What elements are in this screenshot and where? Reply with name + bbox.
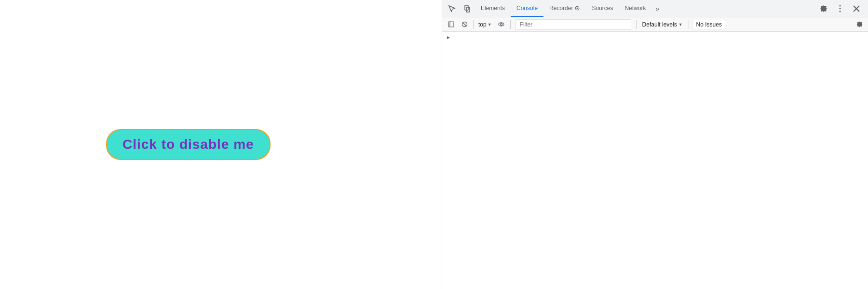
devtools-top-right xyxy=(816,0,866,17)
svg-point-3 xyxy=(577,7,578,9)
default-levels-dropdown[interactable]: Default levels ▼ xyxy=(639,20,686,29)
devtools-panel: Elements Console Recorder Sources Networ… xyxy=(442,0,868,289)
svg-rect-9 xyxy=(448,22,454,27)
console-expand-row[interactable]: ► xyxy=(442,34,868,41)
devtools-settings-icon[interactable] xyxy=(816,0,831,17)
more-tabs-button[interactable]: » xyxy=(651,0,663,17)
svg-line-12 xyxy=(462,23,466,26)
close-devtools-icon[interactable] xyxy=(849,0,864,17)
svg-point-4 xyxy=(840,5,841,6)
disable-me-button[interactable]: Click to disable me xyxy=(106,129,271,160)
device-toggle-icon[interactable] xyxy=(460,0,475,17)
console-settings-icon[interactable] xyxy=(854,19,865,30)
devtools-tabs: Elements Console Recorder Sources Networ… xyxy=(475,0,816,17)
svg-point-6 xyxy=(840,11,841,12)
console-content: ► xyxy=(442,32,868,289)
tab-console[interactable]: Console xyxy=(511,0,543,17)
devtools-more-options-icon[interactable] xyxy=(832,0,848,17)
no-issues-label: No Issues xyxy=(696,21,722,28)
tab-sources[interactable]: Sources xyxy=(586,0,619,17)
svg-point-5 xyxy=(840,8,841,9)
console-sidebar-toggle[interactable] xyxy=(445,19,457,30)
toolbar-separator-3 xyxy=(636,20,637,29)
console-toolbar: top ▼ Default levels ▼ No Issues xyxy=(442,17,868,32)
console-filter-input[interactable] xyxy=(515,19,631,30)
clear-console-icon[interactable] xyxy=(459,19,470,30)
context-dropdown-arrow: ▼ xyxy=(488,22,492,27)
context-label: top xyxy=(478,21,487,28)
tab-elements[interactable]: Elements xyxy=(475,0,511,17)
toolbar-separator-4 xyxy=(689,20,689,29)
devtools-topbar: Elements Console Recorder Sources Networ… xyxy=(442,0,868,17)
toolbar-separator-2 xyxy=(510,20,511,29)
levels-arrow-icon: ▼ xyxy=(678,22,683,27)
toolbar-separator-1 xyxy=(473,20,474,29)
eye-icon[interactable] xyxy=(496,19,507,30)
context-dropdown[interactable]: top ▼ xyxy=(476,20,494,29)
tab-recorder[interactable]: Recorder xyxy=(543,0,586,17)
svg-point-14 xyxy=(501,24,502,26)
webpage-content: Click to disable me xyxy=(0,0,442,289)
chevron-right-icon: ► xyxy=(446,35,451,40)
inspect-element-icon[interactable] xyxy=(444,0,460,17)
tab-network[interactable]: Network xyxy=(619,0,651,17)
no-issues-button[interactable]: No Issues xyxy=(692,20,726,29)
